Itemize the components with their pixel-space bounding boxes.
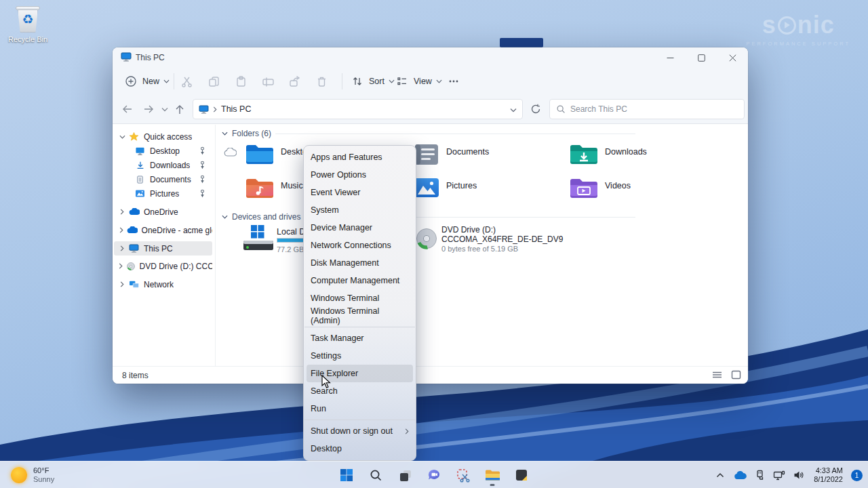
chevron-right-icon[interactable] — [117, 245, 127, 251]
recycle-bin-shortcut[interactable]: ♻ Recycle Bin — [4, 5, 52, 43]
see-more-button[interactable] — [446, 73, 461, 89]
sidebar-item-onedrive-acme[interactable]: OneDrive - acme global — [114, 223, 212, 237]
sidebar-item-dvd-drive[interactable]: DVD Drive (D:) CCCOMA_ — [114, 259, 212, 273]
delete-button[interactable] — [314, 73, 329, 89]
task-view-button[interactable] — [393, 463, 417, 487]
menu-item-disk-management[interactable]: Disk Management — [304, 254, 416, 272]
navigation-bar: This PC — [113, 95, 748, 124]
sidebar-item-documents[interactable]: Documents — [114, 172, 212, 186]
address-bar[interactable]: This PC — [193, 99, 523, 119]
sidebar-item-this-pc[interactable]: This PC — [114, 241, 212, 256]
sidebar-item-quick-access[interactable]: Quick access — [114, 129, 212, 144]
clock[interactable]: 4:33 AM 8/1/2022 — [812, 466, 845, 484]
search-taskbar-button[interactable] — [363, 463, 388, 487]
folder-tile-desktop[interactable]: Desktop — [245, 142, 312, 167]
menu-item-apps-features[interactable]: Apps and Features — [304, 148, 416, 166]
chevron-right-icon[interactable] — [117, 227, 125, 233]
folders-section-header[interactable]: Folders (6) — [222, 129, 635, 138]
onedrive-tray-icon[interactable] — [733, 468, 747, 482]
view-button[interactable]: View — [395, 73, 442, 89]
drive-tile-local-disk[interactable] — [242, 225, 275, 252]
chevron-right-icon[interactable] — [117, 209, 127, 215]
weather-widget[interactable]: 60°F Sunny — [5, 462, 60, 488]
recent-locations-button[interactable] — [157, 102, 172, 117]
usb-eject-icon[interactable] — [753, 468, 766, 482]
menu-item-task-manager[interactable]: Task Manager — [304, 329, 416, 347]
maximize-button[interactable] — [686, 47, 717, 68]
notification-badge[interactable]: 1 — [851, 470, 863, 481]
menu-item-run[interactable]: Run — [304, 400, 416, 418]
start-button[interactable] — [334, 463, 359, 487]
sidebar-item-label: Network — [144, 280, 174, 289]
watermark-play-icon — [778, 16, 796, 35]
dvd-disc-icon — [126, 262, 136, 271]
sidebar-item-label: Pictures — [150, 189, 179, 199]
trash-icon — [314, 74, 329, 89]
forward-button[interactable] — [141, 102, 156, 117]
volume-icon[interactable] — [792, 468, 806, 482]
menu-item-shutdown[interactable]: Shut down or sign out — [304, 422, 416, 440]
menu-item-windows-terminal-admin[interactable]: Windows Terminal (Admin) — [304, 307, 416, 325]
notes-app-icon — [515, 468, 528, 482]
menu-item-device-manager[interactable]: Device Manager — [304, 219, 416, 237]
desktop: ♻ Recycle Bin s nic PERFORMANCE SUPPORT … — [0, 0, 868, 488]
back-button[interactable] — [119, 102, 134, 117]
sidebar-item-pictures[interactable]: Pictures — [114, 186, 212, 201]
chevron-right-icon[interactable] — [117, 281, 127, 287]
minimize-button[interactable] — [654, 47, 686, 68]
menu-item-event-viewer[interactable]: Event Viewer — [304, 184, 416, 201]
chat-button[interactable] — [422, 463, 446, 487]
menu-item-network-connections[interactable]: Network Connections — [304, 237, 416, 254]
folder-tile-documents[interactable]: Documents — [413, 142, 489, 167]
paste-button[interactable] — [233, 73, 248, 89]
menu-item-power-options[interactable]: Power Options — [304, 166, 416, 184]
cut-button[interactable] — [179, 73, 194, 89]
sidebar-item-downloads[interactable]: Downloads — [114, 158, 212, 172]
menu-item-search[interactable]: Search — [304, 382, 416, 400]
sidebar-item-network[interactable]: Network — [114, 277, 212, 291]
menu-item-desktop[interactable]: Desktop — [304, 440, 416, 458]
chevron-down-icon[interactable] — [117, 135, 127, 139]
chevron-right-icon[interactable] — [117, 263, 125, 269]
folder-tile-pictures[interactable]: Pictures — [413, 176, 477, 199]
menu-item-computer-management[interactable]: Computer Management — [304, 272, 416, 289]
sort-button[interactable]: Sort — [350, 73, 395, 89]
ellipsis-icon — [446, 74, 461, 89]
document-icon — [134, 175, 146, 184]
notes-app-button[interactable] — [509, 463, 534, 487]
share-button[interactable] — [287, 73, 302, 89]
snipping-tool-button[interactable] — [451, 463, 475, 487]
refresh-button[interactable] — [528, 102, 543, 117]
details-view-button[interactable] — [712, 370, 722, 382]
rename-button[interactable] — [260, 73, 275, 89]
folder-tile-videos[interactable]: Videos — [569, 176, 631, 201]
file-explorer-taskbar-button[interactable] — [480, 463, 505, 487]
search-box[interactable] — [549, 99, 745, 119]
network-tray-icon[interactable] — [772, 468, 786, 482]
copy-button[interactable] — [206, 73, 221, 89]
sidebar-item-onedrive[interactable]: OneDrive — [114, 205, 212, 219]
menu-item-windows-terminal[interactable]: Windows Terminal — [304, 289, 416, 307]
this-pc-icon — [128, 244, 140, 253]
drive-tile-dvd[interactable] — [414, 226, 439, 251]
search-input[interactable] — [570, 104, 738, 114]
dvd-drive-free: 0 bytes free of 5.19 GB — [441, 245, 563, 254]
hidden-icons-button[interactable] — [713, 468, 727, 482]
titlebar[interactable]: This PC — [113, 47, 748, 68]
menu-item-system[interactable]: System — [304, 201, 416, 219]
share-icon — [287, 74, 302, 89]
file-explorer-icon — [485, 468, 500, 482]
address-dropdown-button[interactable] — [510, 103, 517, 115]
large-thumbnails-view-button[interactable] — [731, 370, 741, 382]
drives-section-header[interactable]: Devices and drives (2) — [222, 212, 635, 222]
cut-icon — [179, 74, 194, 89]
folder-tile-music[interactable]: Music — [245, 176, 303, 201]
chevron-down-icon — [163, 79, 170, 83]
items-view: Folders (6) Desktop Documents Do — [216, 125, 748, 366]
up-button[interactable] — [172, 102, 187, 117]
sidebar-item-desktop[interactable]: Desktop — [114, 144, 212, 158]
menu-item-settings[interactable]: Settings — [304, 347, 416, 365]
folder-tile-downloads[interactable]: Downloads — [569, 142, 647, 167]
new-button[interactable]: New — [123, 73, 170, 89]
close-button[interactable] — [717, 47, 748, 68]
